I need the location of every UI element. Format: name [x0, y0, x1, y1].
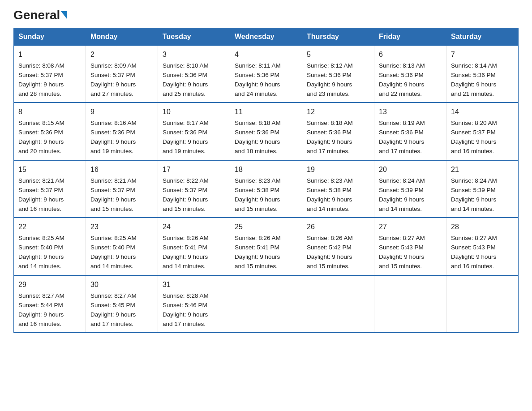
calendar-cell: 14Sunrise: 8:20 AMSunset: 5:37 PMDayligh…: [446, 103, 519, 160]
calendar-cell: 2Sunrise: 8:09 AMSunset: 5:37 PMDaylight…: [86, 46, 158, 103]
day-info: Sunrise: 8:23 AMSunset: 5:38 PMDaylight:…: [235, 177, 281, 212]
calendar-cell: 28Sunrise: 8:27 AMSunset: 5:43 PMDayligh…: [446, 218, 519, 275]
day-info: Sunrise: 8:16 AMSunset: 5:36 PMDaylight:…: [90, 120, 137, 154]
calendar-cell: 29Sunrise: 8:27 AMSunset: 5:44 PMDayligh…: [14, 275, 86, 333]
day-number: 19: [307, 164, 369, 176]
logo-top: General: [13, 9, 67, 21]
calendar-cell: [302, 275, 374, 333]
calendar-week-4: 22Sunrise: 8:25 AMSunset: 5:40 PMDayligh…: [14, 218, 519, 275]
day-number: 27: [379, 222, 442, 233]
day-number: 5: [307, 49, 369, 60]
day-number: 18: [235, 164, 297, 176]
day-info: Sunrise: 8:23 AMSunset: 5:38 PMDaylight:…: [307, 177, 353, 212]
calendar-cell: 25Sunrise: 8:26 AMSunset: 5:41 PMDayligh…: [230, 218, 302, 275]
day-info: Sunrise: 8:18 AMSunset: 5:36 PMDaylight:…: [307, 120, 353, 154]
day-number: 20: [379, 164, 442, 176]
col-header-thursday: Thursday: [302, 28, 374, 46]
day-number: 4: [235, 49, 297, 60]
calendar-cell: 26Sunrise: 8:26 AMSunset: 5:42 PMDayligh…: [302, 218, 374, 275]
day-info: Sunrise: 8:18 AMSunset: 5:36 PMDaylight:…: [235, 120, 281, 154]
day-info: Sunrise: 8:17 AMSunset: 5:36 PMDaylight:…: [163, 120, 209, 154]
calendar-week-1: 1Sunrise: 8:08 AMSunset: 5:37 PMDaylight…: [14, 46, 519, 103]
day-number: 3: [163, 49, 225, 60]
day-info: Sunrise: 8:21 AMSunset: 5:37 PMDaylight:…: [90, 177, 137, 212]
calendar-cell: 12Sunrise: 8:18 AMSunset: 5:36 PMDayligh…: [302, 103, 374, 160]
day-info: Sunrise: 8:26 AMSunset: 5:41 PMDaylight:…: [235, 235, 281, 270]
day-info: Sunrise: 8:26 AMSunset: 5:42 PMDaylight:…: [307, 235, 353, 270]
calendar-cell: 7Sunrise: 8:14 AMSunset: 5:36 PMDaylight…: [446, 46, 519, 103]
calendar-cell: 5Sunrise: 8:12 AMSunset: 5:36 PMDaylight…: [302, 46, 374, 103]
calendar-cell: 3Sunrise: 8:10 AMSunset: 5:36 PMDaylight…: [158, 46, 230, 103]
calendar-cell: 11Sunrise: 8:18 AMSunset: 5:36 PMDayligh…: [230, 103, 302, 160]
day-info: Sunrise: 8:22 AMSunset: 5:37 PMDaylight:…: [163, 177, 209, 212]
col-header-sunday: Sunday: [14, 28, 86, 46]
day-number: 1: [18, 49, 81, 60]
calendar-week-2: 8Sunrise: 8:15 AMSunset: 5:36 PMDaylight…: [14, 103, 519, 160]
col-header-wednesday: Wednesday: [230, 28, 302, 46]
day-number: 2: [90, 49, 153, 60]
calendar-cell: 9Sunrise: 8:16 AMSunset: 5:36 PMDaylight…: [86, 103, 158, 160]
day-number: 25: [235, 222, 297, 233]
day-number: 10: [163, 107, 225, 118]
day-info: Sunrise: 8:20 AMSunset: 5:37 PMDaylight:…: [451, 120, 497, 154]
day-number: 30: [90, 279, 153, 291]
day-number: 22: [18, 222, 81, 233]
calendar-cell: 18Sunrise: 8:23 AMSunset: 5:38 PMDayligh…: [230, 160, 302, 218]
calendar-cell: [446, 275, 519, 333]
calendar-cell: [230, 275, 302, 333]
col-header-monday: Monday: [86, 28, 158, 46]
calendar-cell: 15Sunrise: 8:21 AMSunset: 5:37 PMDayligh…: [14, 160, 86, 218]
logo-arrow-icon: [61, 11, 67, 19]
calendar-header: SundayMondayTuesdayWednesdayThursdayFrid…: [14, 28, 519, 46]
day-info: Sunrise: 8:28 AMSunset: 5:46 PMDaylight:…: [163, 292, 209, 327]
calendar-cell: 4Sunrise: 8:11 AMSunset: 5:36 PMDaylight…: [230, 46, 302, 103]
day-number: 14: [451, 107, 514, 118]
day-number: 21: [451, 164, 514, 176]
day-info: Sunrise: 8:19 AMSunset: 5:36 PMDaylight:…: [379, 120, 425, 154]
calendar-cell: 10Sunrise: 8:17 AMSunset: 5:36 PMDayligh…: [158, 103, 230, 160]
calendar-week-5: 29Sunrise: 8:27 AMSunset: 5:44 PMDayligh…: [14, 275, 519, 333]
day-number: 6: [379, 49, 442, 60]
logo: General: [13, 9, 67, 20]
day-info: Sunrise: 8:24 AMSunset: 5:39 PMDaylight:…: [451, 177, 497, 212]
calendar-cell: 13Sunrise: 8:19 AMSunset: 5:36 PMDayligh…: [374, 103, 446, 160]
day-info: Sunrise: 8:27 AMSunset: 5:43 PMDaylight:…: [451, 235, 497, 270]
day-number: 9: [90, 107, 153, 118]
calendar-week-3: 15Sunrise: 8:21 AMSunset: 5:37 PMDayligh…: [14, 160, 519, 218]
day-info: Sunrise: 8:15 AMSunset: 5:36 PMDaylight:…: [18, 120, 64, 154]
day-info: Sunrise: 8:27 AMSunset: 5:45 PMDaylight:…: [90, 292, 137, 327]
day-number: 28: [451, 222, 514, 233]
col-header-tuesday: Tuesday: [158, 28, 230, 46]
day-info: Sunrise: 8:25 AMSunset: 5:40 PMDaylight:…: [90, 235, 137, 270]
day-number: 29: [18, 279, 81, 291]
day-number: 12: [307, 107, 369, 118]
day-number: 11: [235, 107, 297, 118]
page-header: General: [13, 9, 519, 20]
logo-general: General: [13, 8, 60, 22]
day-number: 26: [307, 222, 369, 233]
day-number: 13: [379, 107, 442, 118]
day-info: Sunrise: 8:14 AMSunset: 5:36 PMDaylight:…: [451, 62, 497, 97]
day-number: 16: [90, 164, 153, 176]
calendar-cell: 23Sunrise: 8:25 AMSunset: 5:40 PMDayligh…: [86, 218, 158, 275]
day-info: Sunrise: 8:27 AMSunset: 5:43 PMDaylight:…: [379, 235, 425, 270]
day-info: Sunrise: 8:27 AMSunset: 5:44 PMDaylight:…: [18, 292, 64, 327]
day-info: Sunrise: 8:10 AMSunset: 5:36 PMDaylight:…: [163, 62, 209, 97]
calendar-cell: 31Sunrise: 8:28 AMSunset: 5:46 PMDayligh…: [158, 275, 230, 333]
calendar-table: SundayMondayTuesdayWednesdayThursdayFrid…: [13, 28, 519, 333]
col-header-saturday: Saturday: [446, 28, 519, 46]
day-number: 24: [163, 222, 225, 233]
day-info: Sunrise: 8:09 AMSunset: 5:37 PMDaylight:…: [90, 62, 137, 97]
day-info: Sunrise: 8:08 AMSunset: 5:37 PMDaylight:…: [18, 62, 64, 97]
day-number: 17: [163, 164, 225, 176]
calendar-cell: 8Sunrise: 8:15 AMSunset: 5:36 PMDaylight…: [14, 103, 86, 160]
day-info: Sunrise: 8:11 AMSunset: 5:36 PMDaylight:…: [235, 62, 281, 97]
calendar-cell: 17Sunrise: 8:22 AMSunset: 5:37 PMDayligh…: [158, 160, 230, 218]
calendar-cell: 20Sunrise: 8:24 AMSunset: 5:39 PMDayligh…: [374, 160, 446, 218]
day-number: 7: [451, 49, 514, 60]
calendar-cell: 6Sunrise: 8:13 AMSunset: 5:36 PMDaylight…: [374, 46, 446, 103]
day-info: Sunrise: 8:21 AMSunset: 5:37 PMDaylight:…: [18, 177, 64, 212]
day-number: 8: [18, 107, 81, 118]
calendar-cell: 30Sunrise: 8:27 AMSunset: 5:45 PMDayligh…: [86, 275, 158, 333]
day-info: Sunrise: 8:13 AMSunset: 5:36 PMDaylight:…: [379, 62, 425, 97]
